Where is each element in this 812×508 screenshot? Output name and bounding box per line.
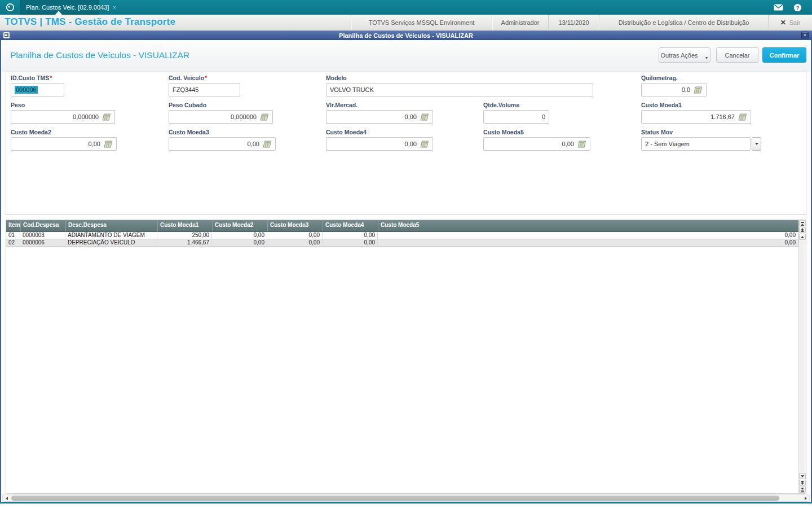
- custo-moeda4-input[interactable]: 0,00: [326, 137, 433, 151]
- field-custo-moeda5: Custo Moeda5 0,00: [483, 129, 590, 151]
- peso-input[interactable]: 0,000000: [11, 110, 115, 124]
- grid-column-header[interactable]: Item: [6, 220, 20, 231]
- field-peso: Peso 0,000000: [11, 102, 115, 124]
- calculator-icon[interactable]: [420, 113, 429, 121]
- cod-veiculo-input[interactable]: FZQ3445: [169, 83, 240, 97]
- form-panel: ID.Custo TMS* 000006 Cod. Veiculo* FZQ34…: [6, 72, 806, 215]
- field-label: Custo Moeda2: [11, 129, 117, 135]
- horizontal-scroll-track[interactable]: [10, 495, 802, 501]
- horizontal-scrollbar[interactable]: [2, 494, 810, 502]
- vertical-scroll-track[interactable]: [799, 240, 806, 473]
- field-peso-cubado: Peso Cubado 0,000000: [169, 102, 273, 124]
- field-custo-moeda2: Custo Moeda2 0,00: [11, 129, 117, 151]
- scroll-right-button[interactable]: [802, 495, 809, 501]
- field-label: ID.Custo TMS*: [11, 75, 64, 81]
- exit-button[interactable]: ✕ Sair: [768, 15, 812, 30]
- qtde-volume-input[interactable]: 0: [483, 110, 549, 124]
- grid-column-header[interactable]: Custo Moeda5: [378, 220, 798, 231]
- table-cell: 0,00: [267, 239, 323, 246]
- scroll-left-button[interactable]: [3, 495, 10, 501]
- app-title: TOTVS | TMS - Gestão de Transporte: [5, 16, 175, 28]
- table-cell: 1.466,67: [157, 239, 212, 246]
- scroll-down-button[interactable]: [799, 473, 806, 479]
- custo-moeda5-input[interactable]: 0,00: [483, 137, 590, 151]
- chevron-down-icon: [755, 143, 758, 145]
- horizontal-scroll-thumb[interactable]: [11, 496, 779, 501]
- table-cell: 0,00: [378, 232, 798, 239]
- vlr-mercad-input[interactable]: 0,00: [326, 110, 433, 124]
- table-row[interactable]: 020000006DEPRECIAÇÃO VEICULO1.466,670,00…: [6, 239, 798, 247]
- field-label: Custo Moeda5: [483, 129, 590, 135]
- grid-column-header[interactable]: Cod.Despesa: [20, 220, 65, 231]
- field-qtde-volume: Qtde.Volume 0: [483, 102, 549, 124]
- field-label: Custo Moeda1: [641, 102, 751, 108]
- field-label: Peso: [11, 102, 115, 108]
- tab-close-icon[interactable]: ×: [112, 4, 116, 11]
- table-cell: ADIANTAMENTO DE VIAGEM: [65, 232, 157, 239]
- window-title-bar: Planilha de Custos de Veiculos - VISUALI…: [0, 30, 812, 40]
- table-cell: DEPRECIAÇÃO VEICULO: [65, 239, 157, 246]
- calculator-icon[interactable]: [738, 113, 747, 121]
- field-label: Cod. Veiculo*: [169, 75, 240, 81]
- scroll-page-down-button[interactable]: [799, 480, 806, 486]
- branch-label: Distribuição e Logística / Centro de Dis…: [599, 15, 768, 30]
- custo-moeda2-input[interactable]: 0,00: [11, 137, 117, 151]
- table-row[interactable]: 010000003ADIANTAMENTO DE VIAGEM250,000,0…: [6, 232, 798, 239]
- mail-icon[interactable]: [774, 4, 783, 11]
- field-cod-veiculo: Cod. Veiculo* FZQ3445: [169, 75, 240, 97]
- peso-cubado-input[interactable]: 0,000000: [169, 110, 273, 124]
- table-cell: 0,00: [267, 232, 323, 239]
- grid-column-header[interactable]: Custo Moeda1: [157, 220, 212, 231]
- table-cell: 0000006: [20, 239, 65, 246]
- calculator-icon[interactable]: [262, 141, 272, 148]
- window-border-bottom: [0, 502, 812, 503]
- quilometrag-input[interactable]: 0,0: [641, 83, 707, 97]
- field-label: Custo Moeda3: [169, 129, 276, 135]
- calculator-icon[interactable]: [259, 113, 269, 121]
- modelo-input[interactable]: VOLVO TRUCK: [326, 83, 593, 97]
- calculator-icon[interactable]: [577, 141, 586, 148]
- id-custo-tms-input[interactable]: 000006: [11, 83, 64, 97]
- table-cell: 01: [6, 232, 20, 239]
- status-mov-select[interactable]: 2 - Sem Viagem: [641, 137, 751, 151]
- calculator-icon[interactable]: [420, 141, 429, 148]
- grid-column-header[interactable]: Desc.Despesa: [65, 220, 157, 231]
- calculator-icon[interactable]: [693, 86, 703, 94]
- active-tab-pointer: [55, 11, 62, 15]
- combo-arrow-button[interactable]: [752, 137, 761, 151]
- window-close-icon[interactable]: ×: [801, 32, 809, 38]
- grid-column-header[interactable]: Custo Moeda2: [212, 220, 267, 231]
- field-quilometrag: Quilometrag. 0,0: [641, 75, 707, 97]
- grid-column-header[interactable]: Custo Moeda4: [323, 220, 378, 231]
- field-label: Peso Cubado: [169, 102, 273, 108]
- app-menu-icon[interactable]: [6, 3, 15, 12]
- table-cell: 0,00: [323, 232, 378, 239]
- page-title: Planilha de Custos de Veículos - VISUALI…: [10, 50, 189, 60]
- calculator-icon[interactable]: [102, 113, 111, 121]
- scroll-to-bottom-button[interactable]: [799, 487, 806, 493]
- outras-acoes-button[interactable]: Outras Ações▼: [659, 47, 710, 63]
- grid-body: 010000003ADIANTAMENTO DE VIAGEM250,000,0…: [6, 232, 806, 247]
- field-vlr-mercad: Vlr.Mercad. 0,00: [326, 102, 433, 124]
- user-label: Administrador: [492, 15, 548, 30]
- window-restore-icon[interactable]: [3, 32, 10, 38]
- field-label: Modelo: [326, 75, 593, 81]
- confirmar-button[interactable]: Confirmar: [762, 47, 806, 63]
- table-cell: 0000003: [20, 232, 65, 239]
- custo-moeda3-input[interactable]: 0,00: [169, 137, 276, 151]
- chevron-down-icon: ▼: [705, 56, 709, 60]
- grid-column-header[interactable]: Custo Moeda3: [267, 220, 323, 231]
- help-icon[interactable]: ?: [793, 3, 802, 12]
- table-cell: 02: [6, 239, 20, 246]
- table-cell: 0,00: [378, 239, 798, 246]
- vertical-scrollbar[interactable]: [798, 220, 806, 493]
- tab-label: Plan. Custos Veic. [02.9.0043]: [26, 4, 109, 11]
- scroll-to-top-button[interactable]: [799, 220, 806, 226]
- environment-label: TOTVS Serviços MSSQL Environment: [351, 15, 492, 30]
- custo-moeda1-input[interactable]: 1.716,67: [641, 110, 751, 124]
- scroll-up-button[interactable]: [799, 234, 806, 240]
- calculator-icon[interactable]: [103, 141, 113, 148]
- scroll-page-up-button[interactable]: [799, 227, 806, 233]
- cancelar-button[interactable]: Cancelar: [716, 47, 758, 63]
- screen: Plan. Custos Veic. [02.9.0043] × ? TOTVS…: [0, 0, 812, 508]
